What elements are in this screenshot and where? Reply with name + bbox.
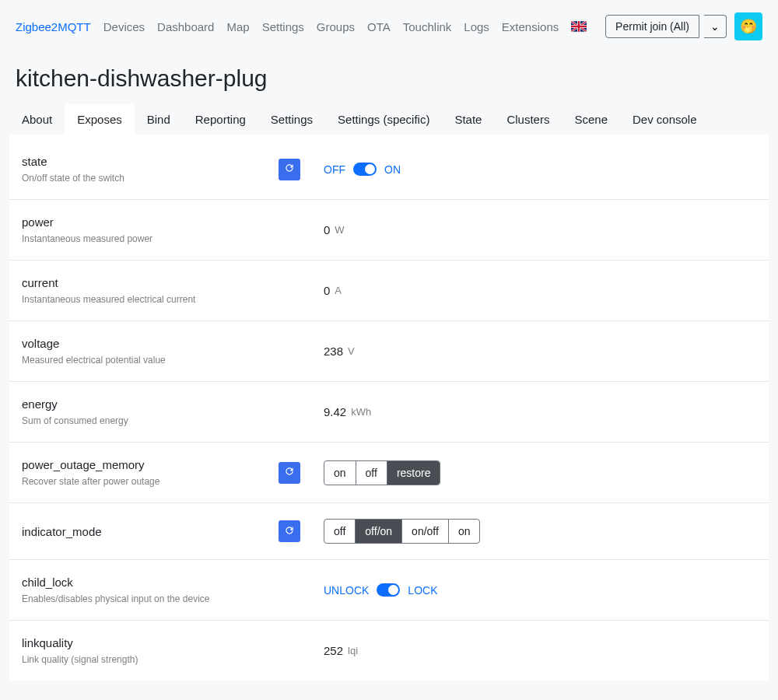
theme-toggle-button[interactable]: 🤭	[734, 12, 762, 40]
nav-touchlink[interactable]: Touchlink	[403, 20, 452, 33]
desc-current: Instantaneous measured electrical curren…	[22, 294, 279, 305]
tab-clusters[interactable]: Clusters	[494, 104, 562, 135]
indicator-button-group: off off/on on/off on	[324, 519, 480, 544]
childlock-lock-label: LOCK	[408, 584, 437, 597]
unit-linkquality: lqi	[348, 645, 358, 656]
nav-logs[interactable]: Logs	[464, 20, 489, 33]
row-power: power Instantaneous measured power 0 W	[9, 200, 769, 261]
desc-energy: Sum of consumed energy	[22, 415, 279, 426]
label-state: state	[22, 155, 279, 168]
refresh-indicator-button[interactable]	[279, 520, 300, 542]
nav-dashboard[interactable]: Dashboard	[157, 20, 214, 33]
chevron-down-icon: ⌄	[710, 20, 720, 33]
device-tabs: About Exposes Bind Reporting Settings Se…	[0, 104, 778, 135]
label-voltage: voltage	[22, 337, 279, 350]
value-power: 0	[324, 223, 330, 236]
state-toggle-wrap: OFF ON	[324, 163, 401, 176]
permit-join-button[interactable]: Permit join (All)	[605, 15, 699, 38]
indicator-option-offon[interactable]: off/on	[356, 520, 402, 543]
refresh-icon	[284, 466, 295, 479]
top-nav: Zigbee2MQTT Devices Dashboard Map Settin…	[0, 0, 778, 53]
label-indicator: indicator_mode	[22, 525, 279, 538]
state-off-label: OFF	[324, 163, 345, 176]
desc-linkquality: Link quality (signal strength)	[22, 654, 279, 665]
desc-state: On/off state of the switch	[22, 173, 279, 184]
desc-childlock: Enables/disables physical input on the d…	[22, 593, 279, 604]
refresh-pom-button[interactable]	[279, 462, 300, 484]
unit-voltage: V	[348, 345, 355, 357]
tab-exposes[interactable]: Exposes	[65, 104, 135, 135]
state-toggle[interactable]	[353, 163, 377, 176]
refresh-icon	[284, 525, 295, 538]
permit-join-group: Permit join (All)⌄ 🤭	[605, 12, 762, 40]
tab-scene[interactable]: Scene	[562, 104, 620, 135]
row-state: state On/off state of the switch OFF ON	[9, 139, 769, 200]
tab-about[interactable]: About	[9, 104, 65, 135]
desc-voltage: Measured electrical potential value	[22, 355, 279, 366]
unit-power: W	[335, 224, 344, 236]
label-linkquality: linkquality	[22, 636, 279, 649]
tab-settings-specific[interactable]: Settings (specific)	[325, 104, 442, 135]
childlock-toggle-wrap: UNLOCK LOCK	[324, 583, 437, 597]
pom-button-group: on off restore	[324, 460, 440, 485]
tab-bind[interactable]: Bind	[135, 104, 183, 135]
value-current: 0	[324, 284, 330, 297]
pom-option-restore[interactable]: restore	[387, 461, 440, 485]
indicator-option-off[interactable]: off	[324, 520, 356, 543]
childlock-toggle[interactable]	[377, 583, 400, 597]
indicator-option-onoff[interactable]: on/off	[402, 520, 449, 543]
indicator-option-on[interactable]: on	[449, 520, 480, 543]
state-on-label: ON	[384, 163, 401, 176]
pom-option-off[interactable]: off	[356, 461, 387, 485]
exposes-panel: state On/off state of the switch OFF ON …	[9, 135, 769, 681]
nav-devices[interactable]: Devices	[103, 20, 145, 33]
label-pom: power_outage_memory	[22, 458, 279, 471]
row-power-outage-memory: power_outage_memory Recover state after …	[9, 443, 769, 503]
tab-reporting[interactable]: Reporting	[183, 104, 258, 135]
nav-groups[interactable]: Groups	[317, 20, 355, 33]
nav-extensions[interactable]: Extensions	[502, 20, 559, 33]
unit-energy: kWh	[351, 406, 371, 418]
nav-map[interactable]: Map	[226, 20, 249, 33]
nav-settings[interactable]: Settings	[262, 20, 304, 33]
row-energy: energy Sum of consumed energy 9.42 kWh	[9, 382, 769, 443]
page-title: kitchen-dishwasher-plug	[0, 53, 778, 104]
row-voltage: voltage Measured electrical potential va…	[9, 321, 769, 382]
value-energy: 9.42	[324, 405, 346, 418]
tab-state[interactable]: State	[442, 104, 494, 135]
desc-pom: Recover state after power outage	[22, 476, 279, 487]
tab-dev-console[interactable]: Dev console	[620, 104, 710, 135]
label-childlock: child_lock	[22, 576, 279, 589]
brand-link[interactable]: Zigbee2MQTT	[16, 20, 91, 33]
label-power: power	[22, 215, 279, 229]
desc-power: Instantaneous measured power	[22, 233, 279, 244]
childlock-unlock-label: UNLOCK	[324, 584, 369, 597]
pom-option-on[interactable]: on	[324, 461, 356, 485]
value-linkquality: 252	[324, 644, 343, 657]
label-current: current	[22, 276, 279, 289]
refresh-icon	[284, 163, 295, 176]
nav-ota[interactable]: OTA	[367, 20, 391, 33]
row-current: current Instantaneous measured electrica…	[9, 261, 769, 321]
refresh-state-button[interactable]	[279, 159, 300, 180]
locale-flag-icon[interactable]	[571, 21, 587, 32]
row-indicator-mode: indicator_mode off off/on on/off on	[9, 503, 769, 560]
row-linkquality: linkquality Link quality (signal strengt…	[9, 621, 769, 681]
row-child-lock: child_lock Enables/disables physical inp…	[9, 560, 769, 621]
value-voltage: 238	[324, 345, 343, 358]
label-energy: energy	[22, 397, 279, 411]
unit-current: A	[335, 285, 342, 296]
tab-settings[interactable]: Settings	[258, 104, 325, 135]
permit-join-dropdown[interactable]: ⌄	[704, 15, 727, 38]
